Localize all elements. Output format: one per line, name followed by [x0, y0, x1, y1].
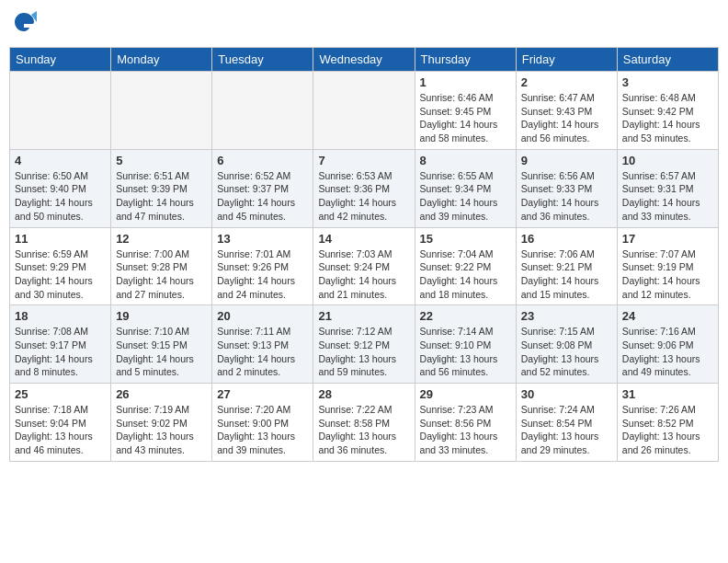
- day-info: Sunrise: 6:53 AM Sunset: 9:36 PM Dayligh…: [318, 169, 409, 224]
- calendar-cell: 19Sunrise: 7:10 AM Sunset: 9:15 PM Dayli…: [111, 305, 212, 384]
- day-info: Sunrise: 7:24 AM Sunset: 8:54 PM Dayligh…: [521, 403, 612, 457]
- day-number: 18: [15, 309, 106, 323]
- calendar-cell: 4Sunrise: 6:50 AM Sunset: 9:40 PM Daylig…: [10, 149, 111, 227]
- day-info: Sunrise: 7:18 AM Sunset: 9:04 PM Dayligh…: [15, 403, 106, 457]
- logo-icon: [11, 9, 37, 35]
- day-header-wednesday: Wednesday: [313, 48, 415, 72]
- day-info: Sunrise: 7:15 AM Sunset: 9:08 PM Dayligh…: [521, 325, 612, 379]
- day-number: 22: [420, 309, 511, 323]
- calendar-cell: 13Sunrise: 7:01 AM Sunset: 9:26 PM Dayli…: [212, 227, 313, 305]
- day-info: Sunrise: 7:22 AM Sunset: 8:58 PM Dayligh…: [318, 403, 409, 457]
- day-info: Sunrise: 6:55 AM Sunset: 9:34 PM Dayligh…: [420, 169, 511, 224]
- calendar-cell: 16Sunrise: 7:06 AM Sunset: 9:21 PM Dayli…: [516, 227, 617, 305]
- day-info: Sunrise: 7:04 AM Sunset: 9:22 PM Dayligh…: [420, 247, 511, 302]
- calendar-cell: 30Sunrise: 7:24 AM Sunset: 8:54 PM Dayli…: [516, 384, 617, 462]
- calendar-cell: 2Sunrise: 6:47 AM Sunset: 9:43 PM Daylig…: [516, 72, 617, 150]
- day-number: 17: [622, 232, 713, 246]
- day-number: 16: [521, 232, 612, 246]
- day-header-saturday: Saturday: [617, 48, 718, 72]
- calendar-cell: 5Sunrise: 6:51 AM Sunset: 9:39 PM Daylig…: [111, 149, 212, 227]
- day-number: 21: [318, 309, 409, 323]
- day-info: Sunrise: 7:20 AM Sunset: 9:00 PM Dayligh…: [217, 403, 308, 457]
- calendar-cell: 8Sunrise: 6:55 AM Sunset: 9:34 PM Daylig…: [415, 149, 516, 227]
- calendar-week-1: 1Sunrise: 6:46 AM Sunset: 9:45 PM Daylig…: [10, 72, 719, 150]
- calendar-cell: 12Sunrise: 7:00 AM Sunset: 9:28 PM Dayli…: [111, 227, 212, 305]
- day-info: Sunrise: 6:52 AM Sunset: 9:37 PM Dayligh…: [217, 169, 308, 224]
- day-number: 6: [217, 154, 308, 167]
- day-info: Sunrise: 7:23 AM Sunset: 8:56 PM Dayligh…: [420, 403, 511, 457]
- page-header: [9, 9, 719, 40]
- day-number: 7: [318, 154, 409, 167]
- day-header-tuesday: Tuesday: [212, 48, 313, 72]
- day-number: 19: [116, 309, 207, 323]
- day-number: 8: [420, 154, 511, 167]
- calendar-cell: 18Sunrise: 7:08 AM Sunset: 9:17 PM Dayli…: [10, 305, 111, 384]
- day-number: 31: [622, 387, 713, 401]
- calendar-table: SundayMondayTuesdayWednesdayThursdayFrid…: [9, 47, 719, 462]
- calendar-cell: 7Sunrise: 6:53 AM Sunset: 9:36 PM Daylig…: [313, 149, 415, 227]
- logo: [9, 9, 37, 40]
- day-info: Sunrise: 7:26 AM Sunset: 8:52 PM Dayligh…: [622, 403, 713, 457]
- day-header-sunday: Sunday: [10, 48, 111, 72]
- calendar-cell: [111, 72, 212, 150]
- day-number: 9: [521, 154, 612, 167]
- day-number: 11: [15, 232, 106, 246]
- day-info: Sunrise: 6:56 AM Sunset: 9:33 PM Dayligh…: [521, 169, 612, 224]
- calendar-cell: 1Sunrise: 6:46 AM Sunset: 9:45 PM Daylig…: [415, 72, 516, 150]
- calendar-week-3: 11Sunrise: 6:59 AM Sunset: 9:29 PM Dayli…: [10, 227, 719, 305]
- day-number: 2: [521, 75, 612, 89]
- day-info: Sunrise: 6:51 AM Sunset: 9:39 PM Dayligh…: [116, 169, 207, 224]
- day-number: 13: [217, 232, 308, 246]
- calendar-cell: [212, 72, 313, 150]
- calendar-cell: 27Sunrise: 7:20 AM Sunset: 9:00 PM Dayli…: [212, 384, 313, 462]
- day-info: Sunrise: 6:57 AM Sunset: 9:31 PM Dayligh…: [622, 169, 713, 224]
- calendar-cell: 25Sunrise: 7:18 AM Sunset: 9:04 PM Dayli…: [10, 384, 111, 462]
- day-info: Sunrise: 6:59 AM Sunset: 9:29 PM Dayligh…: [15, 247, 106, 302]
- day-number: 15: [420, 232, 511, 246]
- day-number: 27: [217, 387, 308, 401]
- day-number: 1: [420, 75, 511, 89]
- calendar-cell: 11Sunrise: 6:59 AM Sunset: 9:29 PM Dayli…: [10, 227, 111, 305]
- logo-wordmark: [9, 9, 37, 40]
- day-info: Sunrise: 7:12 AM Sunset: 9:12 PM Dayligh…: [318, 325, 409, 379]
- day-info: Sunrise: 7:01 AM Sunset: 9:26 PM Dayligh…: [217, 247, 308, 302]
- calendar-week-4: 18Sunrise: 7:08 AM Sunset: 9:17 PM Dayli…: [10, 305, 719, 384]
- calendar-cell: 28Sunrise: 7:22 AM Sunset: 8:58 PM Dayli…: [313, 384, 415, 462]
- calendar-cell: 10Sunrise: 6:57 AM Sunset: 9:31 PM Dayli…: [617, 149, 718, 227]
- day-number: 4: [15, 154, 106, 167]
- day-number: 20: [217, 309, 308, 323]
- day-number: 28: [318, 387, 409, 401]
- day-info: Sunrise: 7:08 AM Sunset: 9:17 PM Dayligh…: [15, 325, 106, 379]
- day-info: Sunrise: 6:48 AM Sunset: 9:42 PM Dayligh…: [622, 91, 713, 145]
- day-number: 29: [420, 387, 511, 401]
- day-number: 25: [15, 387, 106, 401]
- day-info: Sunrise: 7:16 AM Sunset: 9:06 PM Dayligh…: [622, 325, 713, 379]
- day-header-thursday: Thursday: [415, 48, 516, 72]
- calendar-cell: 6Sunrise: 6:52 AM Sunset: 9:37 PM Daylig…: [212, 149, 313, 227]
- calendar-cell: 24Sunrise: 7:16 AM Sunset: 9:06 PM Dayli…: [617, 305, 718, 384]
- day-info: Sunrise: 7:06 AM Sunset: 9:21 PM Dayligh…: [521, 247, 612, 302]
- calendar-cell: 29Sunrise: 7:23 AM Sunset: 8:56 PM Dayli…: [415, 384, 516, 462]
- calendar-cell: 20Sunrise: 7:11 AM Sunset: 9:13 PM Dayli…: [212, 305, 313, 384]
- day-header-monday: Monday: [111, 48, 212, 72]
- day-info: Sunrise: 6:47 AM Sunset: 9:43 PM Dayligh…: [521, 91, 612, 145]
- day-info: Sunrise: 6:46 AM Sunset: 9:45 PM Dayligh…: [420, 91, 511, 145]
- calendar-cell: 14Sunrise: 7:03 AM Sunset: 9:24 PM Dayli…: [313, 227, 415, 305]
- day-header-friday: Friday: [516, 48, 617, 72]
- calendar-cell: 9Sunrise: 6:56 AM Sunset: 9:33 PM Daylig…: [516, 149, 617, 227]
- day-info: Sunrise: 7:10 AM Sunset: 9:15 PM Dayligh…: [116, 325, 207, 379]
- day-info: Sunrise: 7:00 AM Sunset: 9:28 PM Dayligh…: [116, 247, 207, 302]
- day-number: 26: [116, 387, 207, 401]
- calendar-cell: 17Sunrise: 7:07 AM Sunset: 9:19 PM Dayli…: [617, 227, 718, 305]
- day-number: 30: [521, 387, 612, 401]
- calendar-cell: 3Sunrise: 6:48 AM Sunset: 9:42 PM Daylig…: [617, 72, 718, 150]
- day-info: Sunrise: 7:19 AM Sunset: 9:02 PM Dayligh…: [116, 403, 207, 457]
- calendar-cell: 23Sunrise: 7:15 AM Sunset: 9:08 PM Dayli…: [516, 305, 617, 384]
- day-number: 23: [521, 309, 612, 323]
- day-info: Sunrise: 7:03 AM Sunset: 9:24 PM Dayligh…: [318, 247, 409, 302]
- day-number: 3: [622, 75, 713, 89]
- day-number: 24: [622, 309, 713, 323]
- calendar-cell: 31Sunrise: 7:26 AM Sunset: 8:52 PM Dayli…: [617, 384, 718, 462]
- day-info: Sunrise: 6:50 AM Sunset: 9:40 PM Dayligh…: [15, 169, 106, 224]
- calendar-cell: 26Sunrise: 7:19 AM Sunset: 9:02 PM Dayli…: [111, 384, 212, 462]
